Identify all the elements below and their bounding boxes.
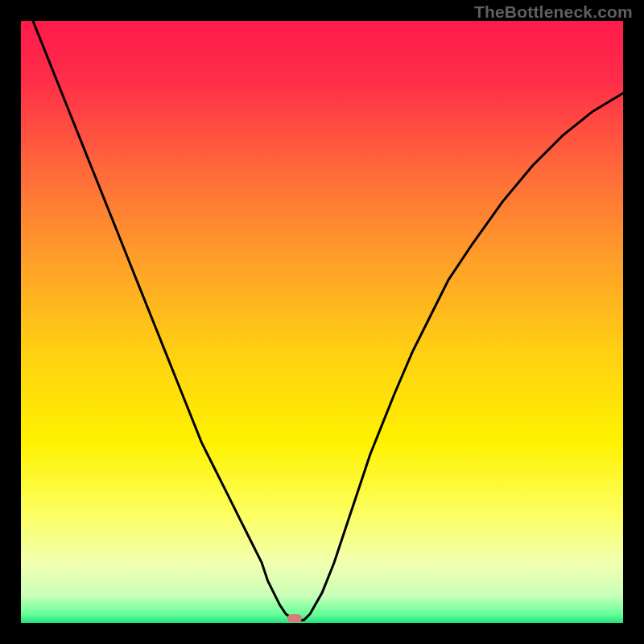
plot-area — [21, 21, 623, 623]
watermark-text: TheBottleneck.com — [474, 2, 633, 22]
curve-line — [21, 21, 623, 623]
chart-frame: TheBottleneck.com — [0, 0, 644, 644]
minimum-marker — [287, 614, 302, 622]
